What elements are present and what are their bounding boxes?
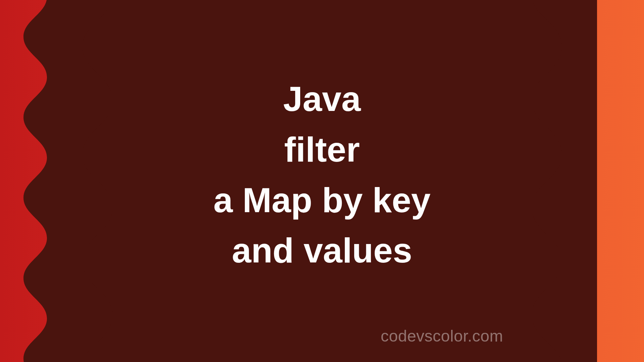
- title-text: Java filter a Map by key and values: [0, 74, 644, 276]
- title-line-4: and values: [0, 225, 644, 276]
- title-line-1: Java: [0, 74, 644, 124]
- title-line-3: a Map by key: [0, 175, 644, 226]
- title-line-2: filter: [0, 124, 644, 175]
- watermark-text: codevscolor.com: [381, 327, 503, 345]
